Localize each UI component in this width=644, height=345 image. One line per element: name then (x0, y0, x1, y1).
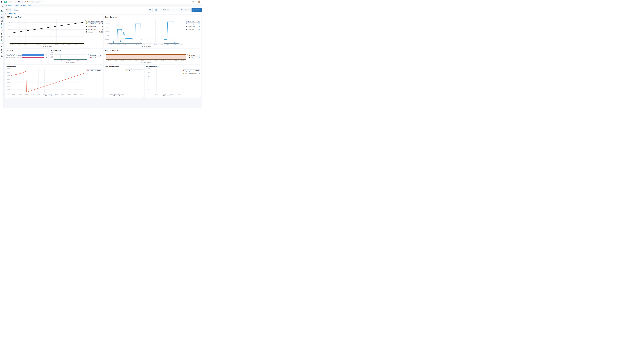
legend-item[interactable]: result_sort0.0 (186, 28, 200, 31)
sidebar-item-apm[interactable] (0, 35, 4, 39)
svg-text:21:50: 21:50 (55, 44, 58, 45)
panel-title[interactable]: Reload Count (49, 49, 103, 52)
sidebar-item-dashboard[interactable] (0, 16, 4, 19)
legend-item[interactable]: # of remote read que...0 (126, 70, 143, 72)
sidebar-item-stack-monitoring[interactable] (0, 52, 4, 55)
legend-item[interactable]: reloads0.0 (90, 54, 102, 56)
legend-item[interactable]: /api/v1/query_range461 (86, 20, 103, 23)
legend-collapse-icon[interactable]: › (184, 20, 186, 22)
hbar-bar[interactable] (22, 57, 44, 58)
panel-title[interactable]: Number of Targets (104, 49, 201, 52)
panel-title[interactable]: Remote API Reads (104, 65, 144, 68)
svg-text:22:30: 22:30 (178, 94, 181, 95)
svg-text:21:00: 21:00 (24, 44, 27, 45)
svg-text:0: 0 (105, 59, 105, 60)
legend-item[interactable]: failures0.0 (90, 56, 102, 59)
legend-collapse-icon[interactable]: › (182, 70, 182, 71)
panel-title[interactable]: WAL Stats (5, 49, 48, 52)
legend-item[interactable]: inner_eval0.0 (186, 20, 200, 23)
legend-value: 461 (100, 20, 103, 22)
legend-item[interactable]: queue_time0.0 (186, 25, 200, 28)
chart-query-durations[interactable]: 0.0150.01250.010.00750.0050.00250.020:40… (104, 18, 184, 48)
legend-item[interactable]: Head Chunks86,066 (86, 70, 102, 72)
svg-text:60,000: 60,000 (6, 82, 10, 83)
refresh-icon: ↻ (193, 9, 194, 11)
svg-text:22:30: 22:30 (80, 44, 83, 45)
sidebar-item-discover[interactable] (0, 10, 4, 13)
legend-item[interactable]: notify0 (189, 56, 200, 59)
sidebar-item-recently-viewed[interactable] (0, 5, 4, 8)
kql-switch[interactable]: KQL (147, 8, 152, 12)
svg-text:0.0025: 0.0025 (105, 39, 109, 40)
legend-collapse-icon[interactable]: › (88, 54, 89, 56)
legend-collapse-icon[interactable]: › (124, 70, 125, 71)
chart-alert-notifications[interactable]: 12,00010,0008,0006,0004,0002,000021:0021… (145, 68, 182, 97)
calendar-menu-button[interactable] (154, 8, 159, 12)
kibana-logo[interactable] (0, 1, 4, 3)
panel-title[interactable]: Query Durations (104, 15, 201, 18)
chart-head-chunks[interactable]: 100,00090,00080,00070,00060,00050,00040,… (5, 68, 85, 97)
svg-text:20:40: 20:40 (12, 94, 16, 95)
legend-item[interactable]: scrape3 (189, 54, 200, 56)
clone-link[interactable]: Clone (22, 5, 26, 7)
svg-text:22:20: 22:20 (74, 94, 77, 95)
help-button[interactable] (190, 0, 196, 4)
legend-collapse-icon[interactable]: › (85, 20, 86, 22)
svg-text:21:30: 21:30 (163, 94, 166, 95)
legend-item[interactable]: /api/v1/query4 (86, 25, 103, 28)
legend-collapse-icon[interactable]: › (187, 54, 188, 56)
svg-text:0.005: 0.005 (50, 57, 54, 58)
refresh-button[interactable]: ↻ Refresh (192, 8, 202, 12)
edit-link[interactable]: Edit (28, 5, 31, 7)
legend-value: 10,000 (196, 70, 200, 72)
svg-text:0.0: 0.0 (52, 59, 54, 60)
case-icon (1, 43, 3, 45)
legend-label: inner_eval (188, 20, 197, 22)
user-menu-button[interactable]: e (196, 0, 202, 4)
sidebar-item-siem[interactable] (0, 42, 4, 45)
time-range-value[interactable]: Last 2 hours (159, 9, 181, 11)
share-link[interactable]: Share (15, 5, 19, 7)
panel-title[interactable]: HTTP Requests Total (5, 15, 103, 18)
chart-http-requests-total[interactable]: 17,50015,00012,50010,0007,5005,0002,5000… (5, 18, 85, 48)
space-avatar[interactable]: D (4, 1, 7, 3)
legend-item[interactable]: /api/v1/series3 (86, 28, 103, 31)
legend-item[interactable]: /api/v1/label/:name/v...3 (86, 23, 103, 25)
sidebar-item-canvas[interactable] (0, 19, 4, 23)
show-dates-link[interactable]: Show dates (181, 9, 190, 11)
sidebar-item-visualize[interactable] (0, 13, 4, 16)
hbar-row: WAL Corruptions Total0 (6, 57, 47, 58)
filters-prefix-button[interactable]: Filters (5, 8, 12, 12)
hbar-bar[interactable] (22, 54, 44, 56)
sidebar-item-management[interactable] (0, 55, 4, 58)
series-color-dot (87, 70, 88, 71)
panel-title[interactable]: Alert Notifications (145, 65, 201, 68)
help-icon (192, 1, 194, 3)
sidebar-item-uptime[interactable] (0, 39, 4, 42)
chart-legend: ›Head Chunks86,066 (85, 70, 102, 72)
legend-item[interactable]: prepare_time0.0 (186, 23, 200, 25)
chart-remote-api-reads[interactable]: 10.50-0.5-121:0021:3022:0022:30per 60 se… (104, 68, 124, 97)
sidebar-item-maps[interactable] (0, 23, 4, 26)
sidebar-item-metrics[interactable] (0, 29, 4, 32)
chart-reload-count[interactable]: 0.020.0150.010.0050.021:0021:3022:0022:3… (49, 52, 88, 64)
search-input[interactable] (12, 8, 147, 12)
sidebar-item-logs[interactable] (0, 32, 4, 35)
svg-text:21:50: 21:50 (154, 60, 158, 61)
sidebar-item-machine-learning[interactable] (0, 26, 4, 29)
panel-title[interactable]: Head Chunks (5, 65, 103, 68)
legend-item[interactable]: Alert notifications in ...0 (183, 72, 200, 75)
legend-collapse-icon[interactable]: › (85, 70, 86, 71)
chart-number-of-targets[interactable]: 4321020:4020:5021:0021:1021:2021:3021:40… (104, 52, 187, 64)
breadcrumb-dashboard-link[interactable]: Dashboard (8, 1, 16, 3)
svg-text:20:40: 20:40 (111, 44, 114, 45)
sidebar-item-dev-tools[interactable] (0, 48, 4, 52)
svg-text:-1: -1 (106, 92, 107, 94)
sidebar-item-graph[interactable] (0, 45, 4, 48)
legend-label: /metrics (88, 31, 98, 33)
dashboard-grid: HTTP Requests Total17,50015,00012,50010,… (4, 14, 202, 108)
legend-item[interactable]: /metrics15,201 (86, 31, 103, 33)
svg-text:per 60 seconds: per 60 seconds (66, 62, 75, 63)
legend-item[interactable]: Capacity of the...10,000 (183, 70, 200, 72)
full-screen-link[interactable]: Full screen (4, 5, 12, 7)
